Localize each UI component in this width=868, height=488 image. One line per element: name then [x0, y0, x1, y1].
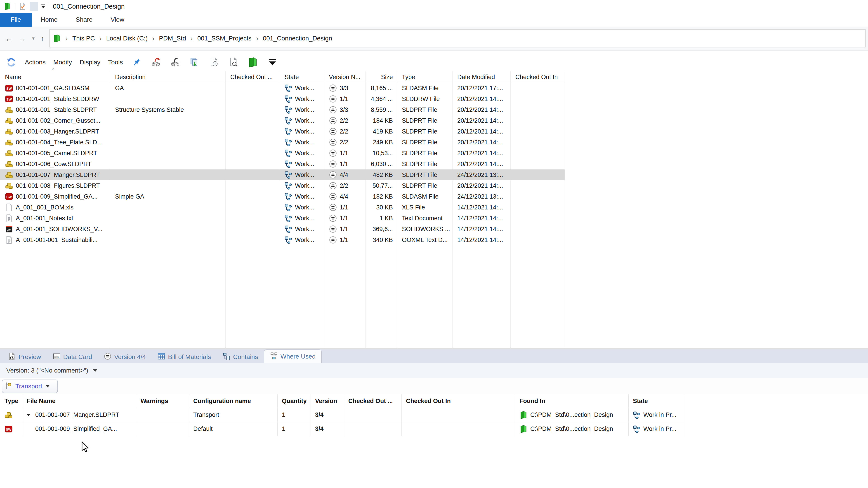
tab-contains[interactable]: Contains: [217, 351, 264, 363]
refresh-icon[interactable]: [5, 57, 17, 68]
table-row[interactable]: A_001_001_BOM.xlsWork...1/130 KBXLS File…: [0, 202, 565, 213]
tab-file[interactable]: File: [0, 13, 32, 27]
version-cell: 1/1: [324, 225, 365, 233]
type-cell: SLDPRT File: [397, 150, 452, 157]
version-selector-label[interactable]: Version: 3 ("<No comment>"): [6, 367, 88, 374]
breadcrumb-this-pc[interactable]: This PC: [72, 35, 95, 42]
state-text: Work...: [295, 182, 314, 189]
column-header-type[interactable]: Type: [0, 398, 22, 404]
column-header-checked-out-in[interactable]: Checked Out In: [510, 74, 565, 80]
version-text: 2/2: [340, 128, 348, 135]
recent-dropdown-icon[interactable]: ▾: [32, 35, 35, 41]
table-row[interactable]: 001-001-004_Tree_Plate.SLD...Work...2/22…: [0, 137, 565, 148]
breadcrumb-local-disk[interactable]: Local Disk (C:): [106, 35, 148, 42]
up-arrow-icon[interactable]: ↑: [40, 34, 44, 43]
table-row[interactable]: A_001-001-001_Sustainabili...Work...1/13…: [0, 234, 565, 246]
column-header-checked-out[interactable]: Checked Out ...: [344, 398, 401, 404]
back-arrow-icon[interactable]: ←: [5, 34, 13, 43]
column-header-version[interactable]: Version N...: [324, 74, 365, 80]
get-version-icon[interactable]: [208, 57, 220, 68]
breadcrumb-pdm-std[interactable]: PDM_Std: [159, 35, 186, 42]
workflow-state-icon: [285, 215, 292, 222]
date-modified-cell: 14/12/2021 14:...: [452, 215, 510, 222]
get-latest-icon[interactable]: [189, 57, 200, 68]
pin-icon[interactable]: [130, 57, 142, 68]
vault-icon[interactable]: [247, 57, 259, 68]
version-cell: 4/4: [324, 193, 365, 201]
transport-dropdown-icon: [46, 385, 50, 387]
file-rows: SW001-001-001_GA.SLDASMGAWork...3/38,165…: [0, 83, 565, 246]
column-header-description[interactable]: Description: [110, 74, 225, 80]
column-header-version[interactable]: Version: [311, 398, 344, 404]
table-row[interactable]: SW001-001-001_Stable.SLDDRWWork...1/14,3…: [0, 94, 565, 104]
tab-preview[interactable]: Preview: [2, 351, 47, 363]
column-header-found-in[interactable]: Found In: [515, 398, 628, 404]
workflow-state-icon: [285, 106, 292, 113]
workflow-state-icon: [285, 149, 292, 157]
table-row[interactable]: 001-001-005_Camel.SLDPRTWork...1/110,53.…: [0, 148, 565, 159]
table-row[interactable]: A_001-001_Notes.txtWork...1/11 KBText Do…: [0, 213, 565, 224]
tab-where-used[interactable]: Where Used: [264, 350, 322, 363]
part-file-icon: [5, 117, 13, 125]
table-row[interactable]: SW001-001-009_Simplified_GA...Default13/…: [0, 422, 684, 436]
check-document-icon[interactable]: [18, 2, 27, 11]
check-out-icon[interactable]: [150, 57, 162, 68]
menu-actions[interactable]: Actions: [25, 59, 46, 66]
table-row[interactable]: 001-001-001_Stable.SLDPRTStructure Syste…: [0, 104, 565, 115]
tab-version[interactable]: Version 4/4: [98, 351, 152, 363]
table-row[interactable]: 001-001-007_Manger.SLDPRTWork...4/4482 K…: [0, 169, 565, 180]
forward-arrow-icon[interactable]: →: [19, 34, 26, 43]
column-header-file-name[interactable]: File Name: [22, 398, 136, 404]
menu-display[interactable]: Display: [80, 59, 100, 66]
version-cell: 2/2: [324, 182, 365, 190]
type-cell: SLDASM File: [397, 193, 452, 200]
size-cell: 182 KB: [365, 193, 397, 200]
breadcrumb[interactable]: › This PC › Local Disk (C:) › PDM_Std › …: [49, 29, 866, 47]
tab-home[interactable]: Home: [32, 13, 67, 27]
column-header-name[interactable]: Name: [0, 74, 110, 80]
quick-access-ghost-button[interactable]: [30, 2, 38, 11]
tab-share[interactable]: Share: [67, 13, 102, 27]
table-row[interactable]: 001-001-008_Figures.SLDPRTWork...2/250,7…: [0, 180, 565, 191]
state-cell: Work...: [280, 149, 324, 157]
version-text: 4/4: [340, 171, 348, 178]
tab-view[interactable]: View: [101, 13, 133, 27]
column-header-checked-out-in[interactable]: Checked Out In: [401, 398, 515, 404]
table-row[interactable]: 001-001-006_Cow.SLDPRTWork...1/16,030 ..…: [0, 159, 565, 169]
transport-button[interactable]: Transport: [2, 380, 58, 393]
table-row[interactable]: SW001-001-009_Simplified_GA...Simple GAW…: [0, 191, 565, 202]
table-row[interactable]: SW001-001-001_GA.SLDASMGAWork...3/38,165…: [0, 83, 565, 94]
check-in-icon[interactable]: [169, 57, 181, 68]
menu-tools[interactable]: Tools: [108, 59, 123, 66]
column-header-type[interactable]: Type: [397, 74, 452, 80]
collapse-expander-icon[interactable]: [27, 414, 30, 416]
table-row[interactable]: 001-001-007_Manger.SLDPRTTransport13/4C:…: [0, 408, 684, 422]
customize-quick-access-icon[interactable]: [41, 4, 45, 8]
type-cell: SLDPRT File: [397, 117, 452, 124]
tab-data-card[interactable]: Data Card: [47, 351, 98, 363]
document-preview-icon[interactable]: [228, 57, 239, 68]
column-header-date-modified[interactable]: Date Modified: [452, 74, 510, 80]
breadcrumb-ssm-projects[interactable]: 001_SSM_Projects: [197, 35, 252, 42]
menu-modify[interactable]: Modify: [53, 59, 72, 66]
column-header-state[interactable]: State: [628, 398, 684, 404]
table-row[interactable]: A_001-001_SOLIDWORKS_V...Work...1/1369,6…: [0, 224, 565, 234]
state-cell: Work...: [280, 225, 324, 233]
table-row[interactable]: 001-001-002_Corner_Gusset...Work...2/218…: [0, 115, 565, 126]
column-header-state[interactable]: State: [280, 74, 324, 80]
column-header-quantity[interactable]: Quantity: [277, 398, 311, 404]
column-header-configuration-name[interactable]: Configuration name: [189, 398, 277, 404]
more-dropdown-icon[interactable]: [267, 57, 278, 68]
tab-bill-of-materials[interactable]: Bill of Materials: [152, 351, 217, 363]
version-dropdown-icon[interactable]: [93, 369, 97, 372]
column-header-checked-out[interactable]: Checked Out ...: [225, 74, 280, 80]
table-row[interactable]: 001-001-003_Hanger.SLDPRTWork...2/2419 K…: [0, 126, 565, 137]
column-header-size[interactable]: Size: [365, 74, 397, 80]
breadcrumb-connection-design[interactable]: 001_Connection_Design: [263, 35, 332, 42]
version-text: 1/1: [340, 204, 348, 211]
version-icon: [329, 203, 337, 212]
date-modified-cell: 24/12/2021 13:...: [452, 193, 510, 200]
file-name-cell: 001-001-005_Camel.SLDPRT: [0, 149, 110, 157]
column-header-warnings[interactable]: Warnings: [136, 398, 189, 404]
workflow-state-icon: [285, 138, 292, 146]
